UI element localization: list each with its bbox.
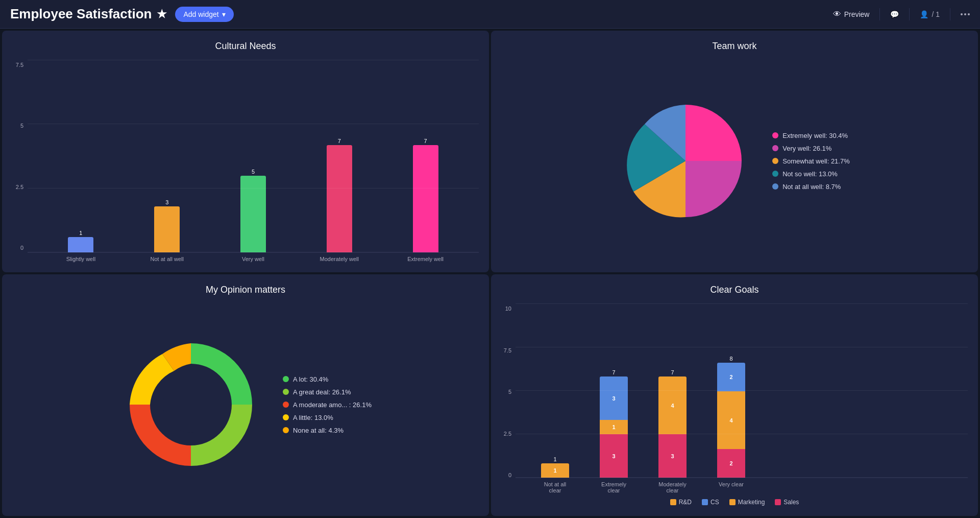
chat-icon: 💬 (890, 10, 899, 18)
legend-marketing: Marketing (729, 499, 765, 506)
stacked-bars-area: 1 1 7 3 1 3 (516, 303, 968, 478)
legend-somewhat-well: Somewhat well: 21.7% (772, 157, 850, 165)
add-widget-label: Add widget (183, 10, 218, 18)
my-opinion-legend: A lot: 30.4% A great deal: 26.1% A moder… (283, 375, 372, 434)
x-axis-labels: Slightly well Not at all well Very well … (28, 253, 479, 262)
bar-extremely-well: 7 (393, 138, 458, 252)
separator2 (909, 8, 910, 20)
eye-icon: 👁 (833, 10, 841, 19)
team-work-title: Team work (501, 41, 968, 52)
legend-sales: Sales (775, 499, 799, 506)
stacked-bar-not-at-all-clear: 1 1 (541, 456, 569, 478)
clear-goals-chart: 0 2.5 5 7.5 10 (501, 303, 968, 506)
separator3 (950, 8, 950, 20)
team-work-legend: Extremely well: 30.4% Very well: 26.1% S… (772, 132, 850, 191)
star-icon[interactable]: ★ (157, 8, 167, 21)
pie-segment-extremely-well (685, 105, 742, 161)
pie-chart-svg (619, 95, 752, 227)
preview-button[interactable]: 👁 Preview (833, 10, 870, 19)
my-opinion-chart: A lot: 30.4% A great deal: 26.1% A moder… (12, 303, 479, 506)
stacked-bar-moderately-clear: 7 3 4 (658, 369, 687, 478)
legend-a-lot: A lot: 30.4% (283, 375, 372, 383)
clear-goals-title: Clear Goals (501, 285, 968, 295)
chevron-down-icon: ▾ (222, 10, 226, 18)
bar-not-at-all-well: 3 (134, 199, 200, 252)
stacked-chart-body: 1 1 7 3 1 3 (516, 303, 968, 493)
add-widget-button[interactable]: Add widget ▾ (175, 7, 233, 22)
header: Employee Satisfaction ★ Add widget ▾ 👁 P… (0, 0, 980, 29)
users-count: / 1 (932, 10, 940, 18)
pie-segment-very-well (685, 161, 742, 217)
my-opinion-widget: My Opinion matters A lot: 3 (2, 274, 489, 516)
chart-with-axes: 0 2.5 5 7.5 10 (501, 303, 968, 493)
legend-extremely-well: Extremely well: 30.4% (772, 132, 850, 139)
cultural-needs-chart: 7.5 5 2.5 0 (12, 60, 479, 262)
cultural-needs-title: Cultural Needs (12, 41, 479, 52)
x-axis-labels-clear-goals: Not at all clear Extremely clear Moderat… (516, 478, 968, 493)
chart-area: 1 3 5 (28, 60, 479, 262)
stacked-bar-very-clear: 8 2 4 2 (717, 356, 745, 478)
users-button[interactable]: 👤 / 1 (920, 10, 940, 18)
team-work-widget: Team work Extremely well: 30.4% (491, 31, 978, 272)
legend-very-well: Very well: 26.1% (772, 145, 850, 152)
bar-moderately-well: 7 (306, 138, 372, 252)
users-icon: 👤 (920, 10, 928, 18)
bars-container: 1 3 5 (28, 60, 479, 253)
legend-not-so-well: Not so well: 13.0% (772, 170, 850, 178)
legend-not-at-all-well: Not at all well: 8.7% (772, 183, 850, 191)
bar-slightly-well: 1 (48, 230, 114, 252)
chat-button[interactable]: 💬 (890, 10, 899, 18)
legend-cs: CS (702, 499, 719, 506)
donut-center (163, 376, 219, 433)
legend-a-great-deal: A great deal: 26.1% (283, 388, 372, 396)
page-title: Employee Satisfaction ★ (10, 6, 167, 22)
more-options-button[interactable] (961, 13, 970, 15)
donut-chart-svg (119, 333, 262, 476)
team-work-chart: Extremely well: 30.4% Very well: 26.1% S… (501, 60, 968, 262)
legend-rd: R&D (670, 499, 692, 506)
legend-a-little: A little: 13.0% (283, 414, 372, 421)
my-opinion-title: My Opinion matters (12, 285, 479, 295)
clear-goals-legend: R&D CS Marketing Sales (501, 499, 968, 506)
legend-none-at-all: None at all: 4.3% (283, 427, 372, 434)
cultural-needs-widget: Cultural Needs 7.5 5 2.5 0 (2, 31, 489, 272)
stacked-bar-extremely-clear: 7 3 1 3 (600, 369, 628, 478)
preview-label: Preview (844, 10, 870, 18)
dashboard: Cultural Needs 7.5 5 2.5 0 (0, 29, 980, 518)
legend-moderate: A moderate amo... : 26.1% (283, 401, 372, 409)
y-axis: 7.5 5 2.5 0 (12, 60, 28, 262)
bar-very-well: 5 (220, 169, 286, 252)
separator (879, 8, 880, 20)
clear-goals-widget: Clear Goals 0 2.5 5 7.5 10 (491, 274, 978, 516)
header-actions: 👁 Preview 💬 👤 / 1 (833, 8, 970, 20)
y-axis-clear-goals: 0 2.5 5 7.5 10 (501, 303, 516, 493)
title-text: Employee Satisfaction (10, 6, 152, 22)
